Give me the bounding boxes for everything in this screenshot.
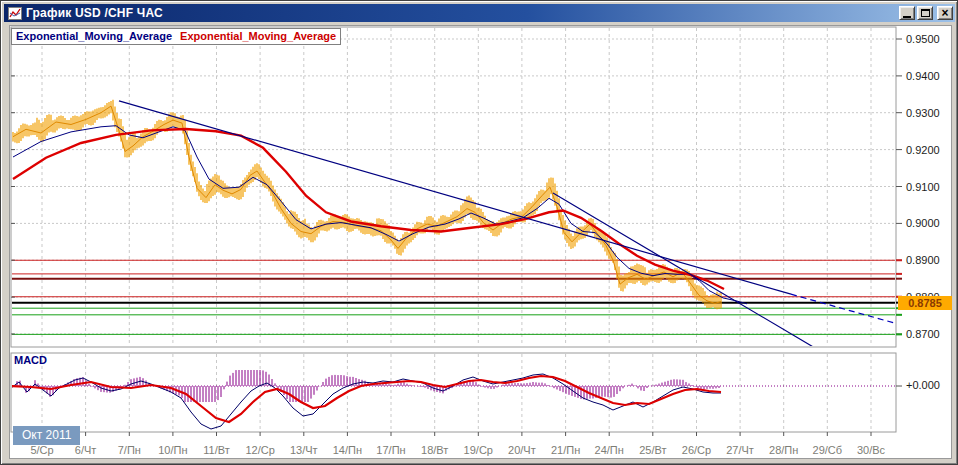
date-label: 19/Ср (464, 444, 493, 456)
macd-zero-axis-label: +0.000 (906, 379, 940, 391)
date-label: 14/Пн (333, 444, 362, 456)
date-label: 10/Пн (158, 444, 187, 456)
axes: 0.95000.94000.93000.92000.91000.90000.89… (11, 33, 940, 456)
date-label: 30/Вс (857, 444, 886, 456)
month-badge: Окт 2011 (13, 426, 80, 445)
trendline[interactable] (553, 193, 815, 348)
date-label: 12/Ср (245, 444, 274, 456)
indicator-legend: Exponential_Moving_AverageExponential_Mo… (11, 28, 341, 45)
macd-line (11, 374, 721, 429)
chart-canvas[interactable]: 0.95000.94000.93000.92000.91000.90000.89… (1, 1, 958, 465)
macd-plot (11, 370, 895, 429)
price-axis-label: 0.8900 (906, 254, 940, 266)
legend-ema-1: Exponential_Moving_Average (16, 30, 172, 42)
date-label: 17/Пн (376, 444, 405, 456)
date-label: 28/Пн (769, 444, 798, 456)
macd-indicator-label: MACD (14, 354, 47, 366)
date-label: 11/Вт (203, 444, 230, 456)
price-axis-label: 0.9400 (906, 70, 940, 82)
price-axis-label: 0.9100 (906, 181, 940, 193)
grid-horizontal (12, 39, 895, 334)
date-label: 20/Чт (508, 444, 536, 456)
date-label: 25/Вт (639, 444, 666, 456)
macd-signal-line (11, 376, 721, 422)
price-axis-label: 0.9300 (906, 107, 940, 119)
legend-ema-2: Exponential_Moving_Average (180, 30, 336, 42)
price-axis-label: 0.9000 (906, 217, 940, 229)
date-label: 6/Чт (75, 444, 97, 456)
date-label: 29/Сб (813, 444, 843, 456)
date-label: 21/Пн (551, 444, 580, 456)
date-label: 24/Пн (595, 444, 624, 456)
date-label: 5/Ср (30, 444, 53, 456)
date-label: 18/Вт (421, 444, 448, 456)
price-axis-label: 0.8700 (906, 328, 940, 340)
date-label: 26/Ср (682, 444, 711, 456)
current-price-badge: 0.8785 (898, 296, 952, 310)
date-label: 27/Чт (726, 444, 754, 456)
price-axis-label: 0.9500 (906, 33, 940, 45)
macd-pane-border (11, 353, 896, 432)
date-label: 13/Чт (290, 444, 318, 456)
chart-window: График USD /CHF ЧАС × 0.95000.94000.9300… (0, 0, 958, 465)
price-axis-label: 0.9200 (906, 144, 940, 156)
trendline[interactable] (119, 101, 791, 294)
date-label: 7/Пн (118, 444, 141, 456)
